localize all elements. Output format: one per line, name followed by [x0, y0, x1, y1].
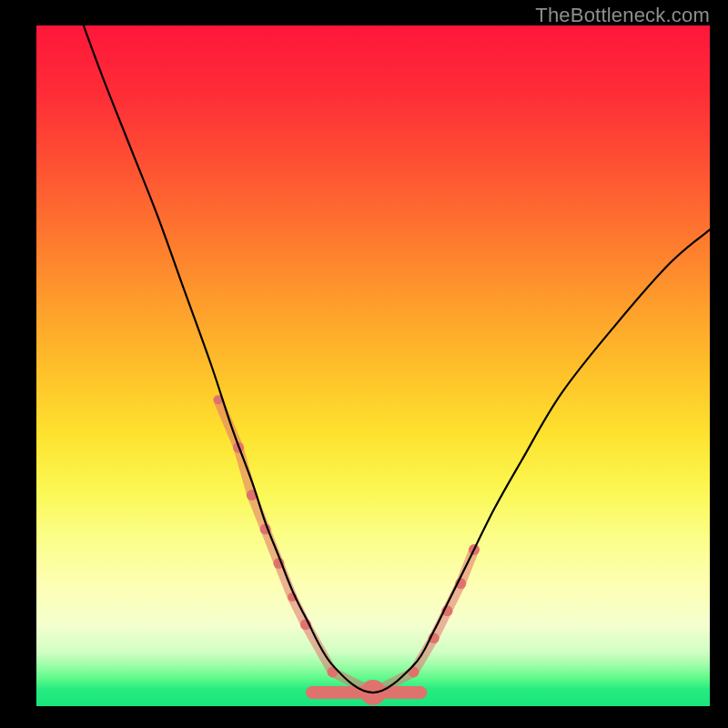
watermark-label: TheBottleneck.com — [535, 4, 710, 27]
heat-background — [36, 25, 710, 706]
chart-frame: TheBottleneck.com — [0, 0, 728, 728]
bottleneck-chart — [36, 25, 710, 706]
